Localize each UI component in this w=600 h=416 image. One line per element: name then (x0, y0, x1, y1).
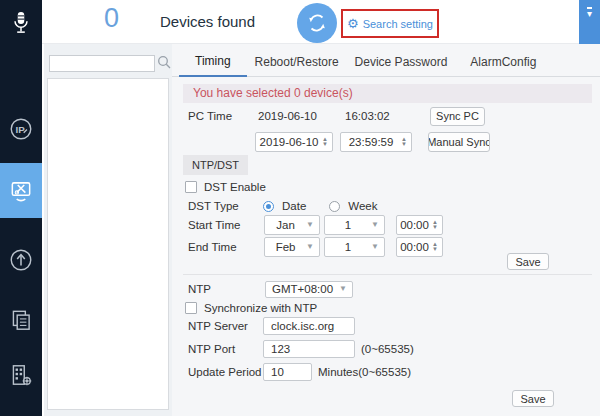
window-controls: ▾ – ✕ (579, 0, 600, 44)
update-period-hint: Minutes(0~65535) (318, 366, 411, 378)
sync-pc-button[interactable]: Sync PC (430, 107, 485, 126)
ntp-port-hint: (0~65535) (361, 343, 414, 355)
search-setting-label: Search setting (363, 18, 433, 30)
timezone-value: GMT+08:00 (266, 283, 339, 295)
collapse-window-button[interactable]: ▾ (587, 7, 592, 18)
chevron-down-icon: ▼ (371, 221, 379, 229)
ntp-server-row: NTP Server (188, 317, 355, 335)
date-stepper-icon[interactable]: ▲▼ (322, 137, 328, 147)
sync-ntp-label: Synchronize with NTP (204, 302, 317, 314)
dst-type-label: DST Type (188, 200, 263, 212)
pc-time-label: PC Time (188, 110, 258, 122)
device-search-input[interactable] (49, 55, 155, 72)
sidebar-item-device-settings[interactable] (0, 163, 42, 218)
sync-ntp-row: Synchronize with NTP (185, 301, 317, 315)
dst-enable-label: DST Enable (204, 181, 266, 193)
ntp-server-input[interactable] (263, 317, 355, 335)
start-clock-spinner[interactable]: 00:00 ▲▼ (396, 215, 443, 235)
end-clock-value: 00:00 (397, 241, 432, 253)
update-period-input[interactable] (263, 363, 312, 381)
ntp-port-label: NTP Port (188, 343, 263, 355)
time-stepper-icon[interactable]: ▲▼ (432, 220, 438, 230)
monitor-tools-icon (8, 178, 34, 204)
device-count: 0 (104, 3, 119, 34)
pc-clock-value: 16:03:02 (345, 110, 430, 122)
chevron-down-icon: ▼ (371, 243, 379, 251)
end-day-value: 1 (325, 241, 371, 253)
end-time-row: End Time Feb ▼ 1 ▼ 00:00 ▲▼ (188, 237, 443, 257)
top-bar: 0 Devices found ⚙ Search setting ▾ – ✕ (42, 0, 600, 44)
tab-alarm-config[interactable]: AlarmConfig (462, 55, 544, 77)
sidebar-item-modify-ip[interactable]: IP (0, 107, 42, 151)
refresh-button[interactable] (297, 3, 337, 43)
ntp-server-label: NTP Server (188, 320, 263, 332)
start-month-select[interactable]: Jan ▼ (264, 215, 320, 235)
device-list[interactable] (47, 78, 169, 410)
time-stepper-icon[interactable]: ▲▼ (432, 242, 438, 252)
app-logo (0, 2, 42, 46)
copy-files-icon (8, 307, 34, 333)
manual-time-value: 23:59:59 (341, 136, 401, 148)
microphone-icon (8, 9, 34, 39)
pc-time-row: PC Time 2019-06-10 16:03:02 Sync PC (188, 106, 485, 126)
dst-save-button[interactable]: Save (507, 253, 549, 270)
dst-type-week-radio[interactable] (329, 201, 340, 212)
chevron-down-icon: ▼ (306, 221, 314, 229)
sidebar-item-device-upgrade[interactable] (0, 238, 42, 282)
manual-sync-button[interactable]: Manual Sync (428, 132, 490, 152)
tab-bar: Timing Reboot/Restore Device Password Al… (172, 44, 600, 77)
sidebar-item-batch-template[interactable] (0, 298, 42, 342)
section-divider (183, 274, 592, 275)
search-icon[interactable] (157, 55, 171, 73)
dst-type-date-radio[interactable] (263, 201, 274, 212)
tab-timing[interactable]: Timing (179, 54, 247, 77)
dst-enable-row: DST Enable (185, 180, 266, 194)
manual-date-value: 2019-06-10 (256, 136, 322, 148)
dst-enable-checkbox[interactable] (185, 181, 197, 193)
chevron-down-icon: ▼ (306, 243, 314, 251)
ntp-row: NTP GMT+08:00 ▼ (188, 280, 353, 298)
sidebar: IP (0, 0, 42, 416)
selection-banner: You have selected 0 device(s) (183, 84, 592, 103)
update-period-label: Update Period (188, 366, 263, 378)
upgrade-arrow-icon (8, 247, 34, 273)
ntp-port-input[interactable] (263, 340, 355, 358)
sync-ntp-checkbox[interactable] (185, 302, 197, 314)
end-time-label: End Time (188, 241, 264, 253)
ip-badge-icon: IP (8, 116, 34, 142)
search-setting-button[interactable]: ⚙ Search setting (341, 9, 439, 38)
ntp-label: NTP (188, 283, 265, 295)
start-day-select[interactable]: 1 ▼ (324, 215, 385, 235)
dst-type-week-label: Week (348, 200, 377, 212)
start-time-row: Start Time Jan ▼ 1 ▼ 00:00 ▲▼ (188, 215, 443, 235)
timezone-select[interactable]: GMT+08:00 ▼ (265, 281, 353, 298)
ntp-save-button[interactable]: Save (512, 390, 554, 407)
tab-reboot-restore[interactable]: Reboot/Restore (247, 55, 347, 77)
building-gear-icon (8, 362, 34, 388)
manual-time-spinner[interactable]: 23:59:59 ▲▼ (340, 132, 412, 152)
main-content: Timing Reboot/Restore Device Password Al… (172, 44, 600, 416)
ntp-port-row: NTP Port (0~65535) (188, 340, 414, 358)
time-stepper-icon[interactable]: ▲▼ (401, 137, 407, 147)
pc-date-value: 2019-06-10 (258, 110, 345, 122)
sidebar-item-building-config[interactable] (0, 353, 42, 397)
end-clock-spinner[interactable]: 00:00 ▲▼ (396, 237, 443, 257)
gear-icon: ⚙ (347, 17, 359, 30)
tab-device-password[interactable]: Device Password (347, 55, 456, 77)
dst-type-date-label: Date (282, 200, 306, 212)
device-list-panel (44, 44, 172, 416)
ntp-dst-section-header: NTP/DST (183, 155, 248, 175)
start-time-label: Start Time (188, 219, 264, 231)
chevron-down-icon: ▼ (339, 285, 347, 293)
end-day-select[interactable]: 1 ▼ (324, 237, 385, 257)
start-day-value: 1 (325, 219, 371, 231)
update-period-row: Update Period Minutes(0~65535) (188, 363, 411, 381)
end-month-select[interactable]: Feb ▼ (264, 237, 320, 257)
start-month-value: Jan (265, 219, 306, 231)
refresh-icon (305, 11, 329, 35)
devices-found-label: Devices found (160, 13, 255, 30)
end-month-value: Feb (265, 241, 306, 253)
svg-text:IP: IP (16, 124, 26, 135)
dst-type-row: DST Type Date Week (188, 199, 378, 213)
manual-date-spinner[interactable]: 2019-06-10 ▲▼ (255, 132, 333, 152)
